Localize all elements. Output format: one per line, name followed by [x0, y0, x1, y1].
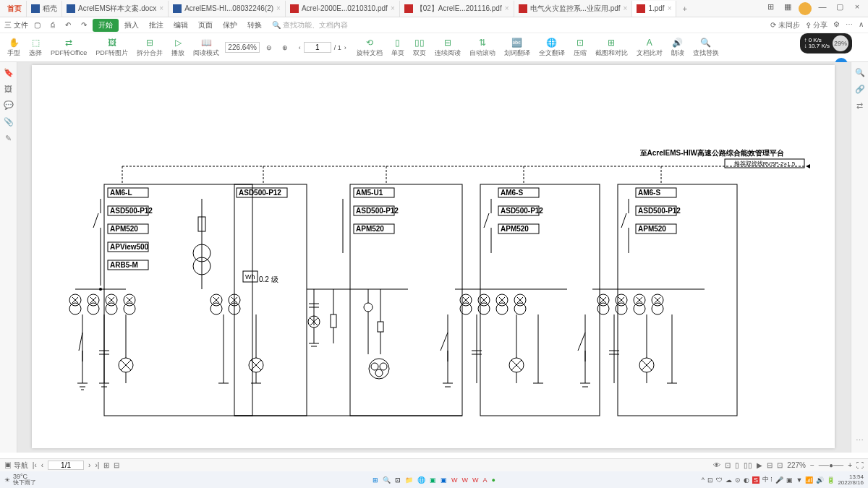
thumbnail-icon[interactable]: 🖼	[4, 85, 12, 93]
ribbon-comment[interactable]: 批注	[145, 19, 168, 32]
tray-icon[interactable]: ⊙	[735, 476, 741, 484]
close-icon[interactable]: ×	[159, 4, 163, 12]
tool-fulltrans[interactable]: 🌐全文翻译	[536, 38, 568, 58]
tool-split[interactable]: ⊟拆分合并	[134, 38, 166, 58]
fullscreen-icon[interactable]: ⛶	[856, 461, 864, 469]
quick-icon[interactable]: ↷	[77, 20, 91, 30]
settings-icon[interactable]: ⚙	[833, 20, 840, 30]
close-icon[interactable]: ×	[276, 4, 281, 12]
clock[interactable]: 13:54 2022/8/16	[838, 474, 864, 486]
settings-icon[interactable]: ⇄	[856, 101, 863, 111]
user-avatar[interactable]	[799, 2, 812, 15]
eye-icon[interactable]: 👁	[713, 461, 720, 469]
layout-icon[interactable]: ▯▯	[744, 461, 752, 469]
next-page-icon[interactable]: ›	[88, 461, 90, 469]
fit-icon[interactable]: ⊡	[725, 461, 731, 469]
edge-icon[interactable]: 🌐	[417, 476, 425, 484]
last-page-icon[interactable]: ›|	[95, 461, 99, 469]
zoom-in-icon[interactable]: +	[848, 461, 852, 469]
search-icon[interactable]: 🔍	[383, 476, 391, 484]
more-icon[interactable]: ⋯	[846, 20, 853, 30]
comment-icon[interactable]: 💬	[4, 100, 14, 110]
taskview-icon[interactable]: ⊡	[395, 476, 401, 484]
tool-find[interactable]: 🔍查找替换	[690, 38, 722, 58]
tool-rotate[interactable]: ⟲旋转文档	[354, 38, 386, 58]
tab-add-button[interactable]: +	[676, 4, 692, 13]
sync-status[interactable]: ⟳ 未同步	[770, 20, 800, 30]
quick-icon[interactable]: ↶	[61, 20, 75, 30]
tool-double[interactable]: ▯▯双页	[410, 38, 429, 58]
tab-home[interactable]: 首页	[3, 1, 27, 17]
cloud-icon[interactable]: ☁	[726, 476, 732, 484]
close-icon[interactable]: ×	[505, 4, 509, 12]
attachment-icon[interactable]: 📎	[4, 117, 14, 127]
zoom-select[interactable]: 226.64%	[225, 42, 259, 53]
fit-page-icon[interactable]: ⊡	[777, 461, 783, 469]
volume-icon[interactable]: 🔊	[816, 476, 824, 484]
tab-daoke[interactable]: 稻壳	[27, 1, 62, 17]
share-button[interactable]: ⚴ 分享	[806, 20, 827, 30]
quick-icon[interactable]: ⎙	[46, 20, 59, 30]
tab-doc1[interactable]: AcrelEMS样本文案.docx×	[62, 1, 169, 17]
tab-doc2[interactable]: AcrelEMS-HI...08032246(2)×	[169, 1, 286, 17]
link-icon[interactable]: 🔗	[855, 85, 865, 94]
first-page-icon[interactable]: |‹	[33, 461, 37, 469]
next-page-icon[interactable]: ›	[344, 44, 346, 51]
app-icon[interactable]: ▣	[441, 476, 447, 484]
wps-icon[interactable]: W	[451, 476, 458, 484]
ime-icon[interactable]: S	[752, 476, 760, 484]
tray-icon[interactable]: ▼	[796, 476, 802, 484]
tool-select[interactable]: ⬚选择	[26, 38, 45, 58]
tab-pdf1[interactable]: Acrel-2000E...0210310.pdf×	[286, 1, 400, 17]
tool-wordtrans[interactable]: 🔤划词翻译	[501, 38, 533, 58]
zoom-slider[interactable]: ──●──	[819, 461, 843, 469]
close-icon[interactable]: ×	[668, 4, 672, 12]
prev-page-icon[interactable]: ‹	[299, 44, 301, 51]
wps-icon[interactable]: W	[472, 476, 479, 484]
tray-icon[interactable]: ▣	[786, 476, 793, 484]
search-box[interactable]: 🔍 查找功能、文档内容	[272, 20, 348, 30]
ribbon-edit[interactable]: 编辑	[169, 19, 192, 32]
close-icon[interactable]: ×	[391, 4, 395, 12]
prev-page-icon[interactable]: ‹	[41, 461, 43, 469]
app-icon[interactable]: ●	[492, 476, 495, 484]
tool-pdf2office[interactable]: ⇄PDF转Office	[48, 38, 90, 58]
tray-up-icon[interactable]: ^	[702, 476, 705, 484]
signature-icon[interactable]: ✎	[5, 134, 12, 143]
tray-icon[interactable]: ◐	[744, 476, 749, 484]
play-icon[interactable]: ▶	[757, 461, 762, 469]
tool-hand[interactable]: ✋手型	[4, 38, 23, 58]
weather-widget[interactable]: ☀ 39°C 快下雨了	[0, 474, 36, 486]
app-icon[interactable]: ▣	[430, 476, 436, 484]
ribbon-protect[interactable]: 保护	[218, 19, 242, 32]
view-icon[interactable]: ⊟	[114, 461, 119, 469]
zoom-out-icon[interactable]: −	[810, 461, 814, 469]
view-icon[interactable]: ⊞	[103, 461, 109, 469]
tool-speak[interactable]: 🔊朗读	[668, 38, 687, 58]
tool-pdf2img[interactable]: 🖼PDF转图片	[93, 38, 131, 58]
tool-autoscroll[interactable]: ⇅自动滚动	[467, 38, 498, 58]
tool-compare[interactable]: A文档比对	[634, 38, 665, 58]
maximize-button[interactable]: ▢	[833, 2, 846, 15]
quick-icon[interactable]: ▢	[30, 20, 45, 30]
tool-read[interactable]: 📖阅读模式	[190, 38, 222, 58]
tool-capture[interactable]: ⊞截图和对比	[592, 38, 631, 58]
grid-icon[interactable]: ▦	[781, 2, 794, 15]
tool-compress[interactable]: ⊡压缩	[571, 38, 590, 58]
close-button[interactable]: ×	[851, 2, 864, 15]
ribbon-page[interactable]: 页面	[194, 19, 217, 32]
battery-icon[interactable]: 🔋	[827, 476, 835, 484]
app-icon[interactable]: A	[483, 476, 488, 484]
tray-icon[interactable]: ⊡	[707, 476, 713, 484]
tool-continuous[interactable]: ⊟连续阅读	[432, 38, 464, 58]
page-field[interactable]	[48, 461, 84, 470]
zoom-icon[interactable]: 🔍	[855, 68, 865, 77]
page-input[interactable]	[304, 42, 331, 53]
close-icon[interactable]: ×	[624, 4, 628, 12]
zoom-value[interactable]: 227%	[787, 461, 806, 469]
app-switch-icon[interactable]: ⊞	[764, 2, 777, 15]
start-icon[interactable]: ⊞	[373, 476, 378, 484]
wps-icon[interactable]: W	[462, 476, 469, 484]
tool-single[interactable]: ▯单页	[388, 38, 407, 58]
tool-play[interactable]: ▷播放	[169, 38, 187, 58]
